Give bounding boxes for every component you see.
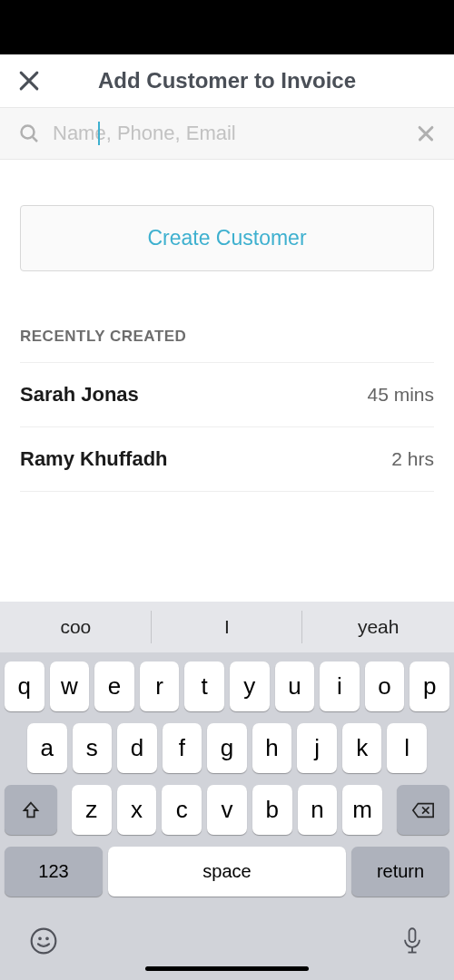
key-x[interactable]: x — [117, 785, 157, 835]
key-row-2: a s d f g h j k l — [5, 723, 449, 773]
search-input[interactable] — [40, 122, 416, 145]
suggestion[interactable]: coo — [0, 602, 152, 652]
key-g[interactable]: g — [207, 723, 247, 773]
key-j[interactable]: j — [297, 723, 337, 773]
key-r[interactable]: r — [140, 662, 180, 711]
suggestion[interactable]: yeah — [302, 602, 454, 652]
key-m[interactable]: m — [342, 785, 382, 835]
key-w[interactable]: w — [50, 662, 90, 711]
key-f[interactable]: f — [163, 723, 202, 773]
key-v[interactable]: v — [207, 785, 247, 835]
emoji-icon[interactable] — [29, 926, 58, 956]
svg-line-1 — [33, 137, 37, 142]
suggestion-bar: coo I yeah — [0, 602, 454, 652]
home-indicator[interactable] — [145, 966, 309, 971]
customer-name: Ramy Khuffadh — [20, 447, 168, 471]
key-row-4: 123 space return — [5, 847, 449, 897]
customer-time: 45 mins — [367, 384, 434, 406]
key-n[interactable]: n — [298, 785, 338, 835]
key-o[interactable]: o — [365, 662, 405, 711]
customer-time: 2 hrs — [391, 448, 434, 470]
svg-rect-7 — [410, 928, 416, 942]
key-i[interactable]: i — [320, 662, 360, 711]
key-a[interactable]: a — [27, 723, 67, 773]
key-d[interactable]: d — [117, 723, 157, 773]
list-item[interactable]: Ramy Khuffadh 2 hrs — [20, 427, 434, 492]
list-item[interactable]: Sarah Jonas 45 mins — [20, 362, 434, 427]
create-customer-button[interactable]: Create Customer — [20, 205, 434, 271]
recent-list: Sarah Jonas 45 mins Ramy Khuffadh 2 hrs — [20, 362, 434, 492]
section-label-recent: RECENTLY CREATED — [20, 328, 434, 346]
key-s[interactable]: s — [73, 723, 113, 773]
clear-search-icon[interactable] — [416, 123, 436, 143]
search-icon — [18, 122, 40, 144]
header: Add Customer to Invoice — [0, 54, 454, 108]
key-k[interactable]: k — [342, 723, 382, 773]
shift-key[interactable] — [5, 785, 57, 835]
space-key[interactable]: space — [108, 847, 346, 897]
svg-point-5 — [39, 938, 41, 940]
mic-icon[interactable] — [400, 926, 425, 956]
key-z[interactable]: z — [72, 785, 112, 835]
svg-point-6 — [46, 938, 48, 940]
key-h[interactable]: h — [252, 723, 292, 773]
suggestion[interactable]: I — [152, 602, 303, 652]
key-c[interactable]: c — [162, 785, 202, 835]
numeric-key[interactable]: 123 — [5, 847, 103, 897]
text-cursor — [98, 122, 100, 145]
key-row-3: z x c v b n m — [5, 785, 449, 835]
return-key[interactable]: return — [351, 847, 449, 897]
svg-point-0 — [22, 126, 35, 139]
key-y[interactable]: y — [230, 662, 270, 711]
svg-point-4 — [32, 929, 56, 954]
status-bar — [0, 0, 454, 54]
content: Create Customer RECENTLY CREATED Sarah J… — [0, 160, 454, 492]
key-b[interactable]: b — [252, 785, 292, 835]
keyboard-bottom-bar — [0, 914, 454, 963]
key-q[interactable]: q — [5, 662, 44, 711]
close-icon[interactable] — [16, 68, 42, 93]
key-l[interactable]: l — [387, 723, 427, 773]
search-bar — [0, 108, 454, 160]
page-title: Add Customer to Invoice — [42, 68, 412, 93]
key-row-1: q w e r t y u i o p — [5, 662, 449, 711]
customer-name: Sarah Jonas — [20, 383, 139, 407]
key-p[interactable]: p — [410, 662, 449, 711]
key-u[interactable]: u — [275, 662, 315, 711]
key-t[interactable]: t — [184, 662, 224, 711]
key-e[interactable]: e — [94, 662, 134, 711]
keyboard: coo I yeah q w e r t y u i o p a s d f g… — [0, 602, 454, 980]
backspace-key[interactable] — [397, 785, 449, 835]
